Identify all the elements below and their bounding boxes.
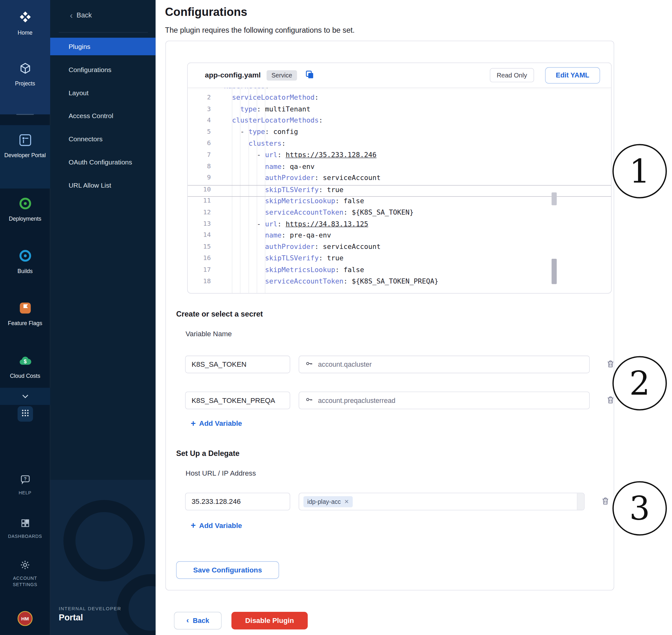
variable-name-label: Variable Name xyxy=(186,330,232,338)
nav-projects-label: Projects xyxy=(13,80,38,86)
code-line-18: 18 serviceAccountToken: ${K8S_SA_TOKEN_P… xyxy=(188,277,611,289)
sidebar-footer-eyebrow: INTERNAL DEVELOPER xyxy=(59,606,121,611)
sidebar-item-url-allow-list[interactable]: URL Allow List xyxy=(50,177,156,194)
delete-variable-button[interactable] xyxy=(606,395,615,406)
add-variable-link[interactable]: + Add Variable xyxy=(191,419,242,428)
nav-help[interactable]: ? HELP xyxy=(0,474,50,496)
secret-select[interactable]: account.qacluster xyxy=(299,356,590,373)
feature-flags-icon xyxy=(18,301,32,317)
deployments-icon xyxy=(18,196,32,213)
decorative-ring xyxy=(64,500,145,581)
nav-projects[interactable]: Projects xyxy=(0,62,50,86)
sidebar-item-access-control[interactable]: Access Control xyxy=(50,107,156,125)
add-delegate-variable-label: Add Variable xyxy=(199,521,242,530)
nav-feature-flags-label: Feature Flags xyxy=(5,320,45,326)
code-line-10: 10 skipTLSVerify: true xyxy=(188,185,611,197)
nav-home[interactable]: Home xyxy=(0,10,50,36)
trash-icon xyxy=(606,359,615,370)
page-title: Configurations xyxy=(165,6,247,19)
delete-delegate-button[interactable] xyxy=(601,496,610,506)
delegate-tag-label: idp-play-acc xyxy=(307,498,341,505)
code-area: 1kubernetes:2 serviceLocatorMethod:3 typ… xyxy=(188,88,611,294)
harness-logo-icon xyxy=(18,10,32,26)
help-chat-icon: ? xyxy=(19,474,30,487)
service-badge: Service xyxy=(267,70,297,80)
secret-select[interactable]: account.preqaclusterread xyxy=(299,392,590,409)
nav-deployments[interactable]: Deployments xyxy=(0,196,50,222)
code-line-13: 13 - url: https://34.83.13.125 xyxy=(188,220,611,231)
nav-deployments-label: Deployments xyxy=(6,216,44,222)
sidebar-item-connectors[interactable]: Connectors xyxy=(50,130,156,148)
nav-dashboards-label: DASHBOARDS xyxy=(5,533,45,540)
user-avatar[interactable]: HM xyxy=(18,611,32,626)
delegate-row: idp-play-acc ✕ xyxy=(185,493,610,510)
sidebar-decoration xyxy=(50,480,156,635)
annotation-circle-2: 2 xyxy=(612,356,667,410)
page-subtitle: The plugin requires the following config… xyxy=(165,26,355,35)
code-line-16: 16 skipTLSVerify: true xyxy=(188,254,611,265)
sidebar-item-configurations[interactable]: Configurations xyxy=(50,61,156,79)
delete-variable-button[interactable] xyxy=(606,359,615,370)
variable-name-input[interactable] xyxy=(185,392,290,409)
rail-collapse-chevron[interactable] xyxy=(0,388,50,405)
secret-name: account.preqaclusterread xyxy=(318,397,395,404)
host-url-label: Host URL / IP Address xyxy=(186,469,256,478)
tag-field-strip xyxy=(577,493,584,510)
disable-plugin-button[interactable]: Disable Plugin xyxy=(232,612,308,629)
decorative-ring xyxy=(116,574,156,635)
delegate-section-heading: Set Up a Delegate xyxy=(176,449,239,458)
chip-remove-icon[interactable]: ✕ xyxy=(344,498,349,504)
sidebar-item-oauth-configurations[interactable]: OAuth Configurations xyxy=(50,153,156,171)
sidebar-item-plugins[interactable]: Plugins xyxy=(50,38,156,55)
code-line-6: 6 clusters: xyxy=(188,139,611,151)
sidebar-item-layout[interactable]: Layout xyxy=(50,84,156,102)
nav-account-settings[interactable]: ACCOUNT SETTINGS xyxy=(0,560,50,588)
add-variable-label: Add Variable xyxy=(199,419,242,428)
screenshot-root: Home Projects Developer Portal Deploymen… xyxy=(0,0,672,635)
editor-scrollbar-thumb[interactable] xyxy=(551,192,557,205)
code-line-11: 11 skipMetricsLookup: false xyxy=(188,197,611,208)
yaml-editor: app-config.yaml Service Read Only Edit Y… xyxy=(187,63,612,293)
nav-developer-portal-label: Developer Portal xyxy=(2,152,49,158)
code-line-9: 9 authProvider: serviceAccount xyxy=(188,174,611,185)
sidebar-back-link[interactable]: ‹ Back xyxy=(70,11,92,20)
nav-cloud-costs[interactable]: $ Cloud Costs xyxy=(0,353,50,379)
trash-icon xyxy=(601,496,610,506)
nav-builds-label: Builds xyxy=(15,268,35,274)
editor-scrollbar-thumb[interactable] xyxy=(551,259,557,284)
nav-builds[interactable]: Builds xyxy=(0,248,50,274)
code-lines: 1kubernetes:2 serviceLocatorMethod:3 typ… xyxy=(188,88,611,289)
annotation-circle-3: 3 xyxy=(612,481,667,535)
copy-icon xyxy=(305,69,315,81)
annotation-circle-1: 1 xyxy=(612,144,667,198)
nav-dashboards[interactable]: DASHBOARDS xyxy=(0,518,50,540)
module-grid-button[interactable] xyxy=(18,406,33,422)
plugin-sidebar: ‹ Back PluginsConfigurationsLayoutAccess… xyxy=(50,0,156,635)
code-line-8: 8 name: qa-env xyxy=(188,162,611,174)
developer-portal-icon xyxy=(18,133,32,149)
back-button[interactable]: ‹ Back xyxy=(174,612,222,629)
add-delegate-variable-link[interactable]: + Add Variable xyxy=(191,521,242,530)
module-rail: Home Projects Developer Portal Deploymen… xyxy=(0,0,50,635)
host-url-input[interactable] xyxy=(185,493,290,510)
code-line-5: 5 - type: config xyxy=(188,128,611,139)
trash-icon xyxy=(606,395,615,406)
edit-yaml-button[interactable]: Edit YAML xyxy=(545,67,600,83)
sidebar-divider xyxy=(59,32,148,32)
variable-name-input[interactable] xyxy=(185,356,290,373)
delegate-tags-field[interactable]: idp-play-acc ✕ xyxy=(299,493,585,510)
chevron-down-icon xyxy=(22,392,28,400)
nav-cloud-costs-label: Cloud Costs xyxy=(7,373,43,379)
save-configurations-button[interactable]: Save Configurations xyxy=(176,561,279,579)
back-button-label: Back xyxy=(193,617,209,625)
nav-developer-portal[interactable]: Developer Portal xyxy=(0,125,50,189)
secret-section-heading: Create or select a secret xyxy=(176,310,263,319)
cloud-costs-icon: $ xyxy=(18,353,33,370)
editor-header: app-config.yaml Service Read Only Edit Y… xyxy=(188,63,611,88)
chevron-left-icon: ‹ xyxy=(70,11,73,20)
copy-button[interactable] xyxy=(305,69,315,81)
code-line-1: 1kubernetes: xyxy=(188,88,611,93)
code-line-4: 4 clusterLocatorMethods: xyxy=(188,116,611,128)
grid-dots-icon xyxy=(21,409,29,419)
nav-feature-flags[interactable]: Feature Flags xyxy=(0,301,50,326)
